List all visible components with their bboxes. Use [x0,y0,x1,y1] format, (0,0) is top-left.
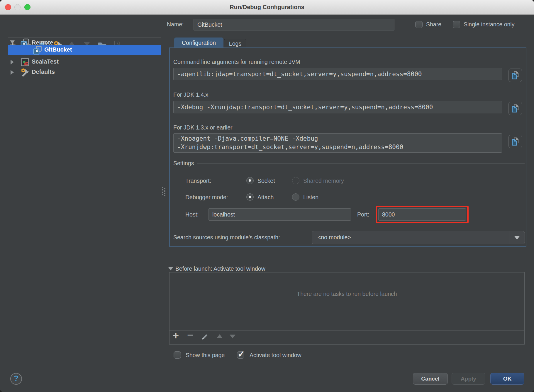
tree-row-defaults[interactable]: Defaults [8,67,161,77]
window-title: Run/Debug Configurations [0,0,534,14]
cmdline-label: Command line arguments for running remot… [173,59,300,65]
edit-pencil-icon[interactable] [201,333,209,342]
port-input[interactable]: 8000 [378,208,466,221]
cancel-button[interactable]: Cancel [413,373,448,385]
ok-button-label: OK [503,376,512,382]
expander-expand-icon[interactable] [11,60,14,64]
host-input-value: localhost [212,211,235,218]
apply-button: Apply [452,373,485,385]
transport-shared-memory-label: Shared memory [303,178,344,184]
settings-divider [197,163,525,164]
show-this-page-checkbox[interactable] [174,351,181,359]
help-question-icon: ? [11,374,21,383]
copy-jdk13-button[interactable] [508,135,522,148]
search-sources-label: Search sources using module's classpath: [173,234,280,241]
tree-item-label: Defaults [32,69,55,75]
debugger-listen-label: Listen [303,194,318,201]
copy-icon [511,104,520,113]
activate-tool-window-checkbox[interactable] [237,351,244,359]
share-label: Share [426,21,441,28]
tab-logs[interactable]: Logs [224,39,246,48]
tab-configuration-label: Configuration [182,40,216,46]
cancel-button-label: Cancel [421,376,439,382]
host-input[interactable]: localhost [208,208,351,221]
copy-cmdline-button[interactable] [508,69,522,82]
run-debug-configurations-dialog: Run/Debug Configurations + − [0,0,534,392]
configurations-tree: Remote GitBucket [8,38,161,364]
transport-socket-radio[interactable] [246,177,254,184]
tree-toolbar: + − [0,18,164,35]
single-instance-label: Single instance only [464,21,514,28]
cmdline-value: -agentlib:jdwp=transport=dt_socket,serve… [177,71,422,78]
tree-item-label: ScalaTest [32,58,59,65]
debugger-listen-radio[interactable] [292,193,299,201]
tab-configuration[interactable]: Configuration [174,38,223,48]
debugger-attach-label: Attach [257,194,274,201]
module-classpath-dropdown[interactable]: <no module> [312,231,525,244]
dropdown-separator [509,231,509,244]
jdk14-value: -Xdebug -Xrunjdwp:transport=dt_socket,se… [177,104,433,111]
help-button[interactable]: ? [10,373,22,385]
name-input[interactable]: GitBucket [194,19,394,30]
expander-expand-icon[interactable] [11,70,14,75]
show-this-page-label: Show this page [186,352,225,359]
add-task-button[interactable]: + [173,330,179,341]
task-toolbar: + − [169,330,524,345]
module-classpath-value: <no module> [318,234,351,241]
jdk13-field[interactable]: -Xnoagent -Djava.compiler=NONE -Xdebug -… [173,133,502,153]
cmdline-field[interactable]: -agentlib:jdwp=transport=dt_socket,serve… [173,68,502,80]
port-highlight-annotation: 8000 [376,206,469,223]
copy-icon [511,137,520,146]
before-launch-divider [282,269,525,269]
name-label: Name: [167,21,184,28]
splitter-handle[interactable] [162,187,166,197]
host-label: Host: [185,211,199,218]
before-launch-task-box: There are no tasks to run before launch … [169,272,525,345]
apply-button-label: Apply [461,376,476,382]
jdk13-value-line1: -Xnoagent -Djava.compiler=NONE -Xdebug [177,134,318,143]
port-label: Port: [357,211,369,218]
port-input-value: 8000 [382,211,395,218]
jdk14-label: For JDK 1.4.x [173,91,208,98]
move-task-down-icon[interactable] [230,335,235,338]
before-launch-title: Before launch: Activate tool window [175,265,265,272]
single-instance-checkbox[interactable] [453,21,460,28]
wrench-icon [21,68,30,78]
tree-row-scalatest[interactable]: ScalaTest [8,57,161,67]
expander-collapse-icon[interactable] [10,40,15,44]
transport-shared-memory-radio [292,177,299,184]
move-task-up-icon[interactable] [217,334,223,338]
tree-row-gitbucket[interactable]: GitBucket [8,45,161,55]
tab-logs-label: Logs [229,40,241,47]
debugger-attach-radio[interactable] [246,193,254,201]
ok-button[interactable]: OK [490,373,524,385]
transport-socket-label: Socket [257,178,275,184]
chevron-down-icon [514,236,520,240]
scalatest-icon [21,58,29,68]
jdk13-value-line2: -Xrunjdwp:transport=dt_socket,server=y,s… [177,143,403,151]
jdk13-label: For JDK 1.3.x or earlier [173,124,233,131]
share-checkbox[interactable] [415,21,423,28]
titlebar: Run/Debug Configurations [0,0,534,15]
empty-tasks-message: There are no tasks to run before launch [169,291,524,297]
copy-icon [511,71,520,80]
copy-jdk14-button[interactable] [508,102,522,115]
name-input-value: GitBucket [197,21,222,28]
jdk14-field[interactable]: -Xdebug -Xrunjdwp:transport=dt_socket,se… [173,101,502,113]
transport-label: Transport: [185,178,211,184]
settings-group-label: Settings [173,160,194,167]
remote-debug-icon [33,46,42,56]
debugger-mode-label: Debugger mode: [185,194,228,201]
before-launch-collapse-icon[interactable] [168,267,173,270]
remove-task-button[interactable]: − [187,330,193,340]
activate-tool-window-label: Activate tool window [250,352,301,359]
tree-item-label: GitBucket [44,46,72,53]
